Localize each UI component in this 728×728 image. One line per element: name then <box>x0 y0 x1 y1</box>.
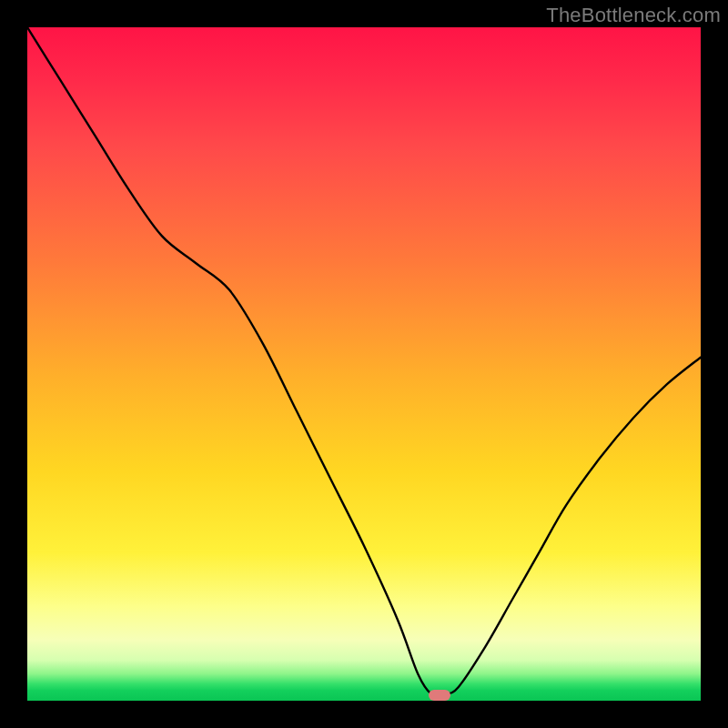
minimum-marker <box>429 690 450 701</box>
plot-area <box>27 27 701 701</box>
bottleneck-curve <box>27 27 701 701</box>
chart-frame: TheBottleneck.com <box>0 0 728 728</box>
watermark-text: TheBottleneck.com <box>546 4 721 27</box>
